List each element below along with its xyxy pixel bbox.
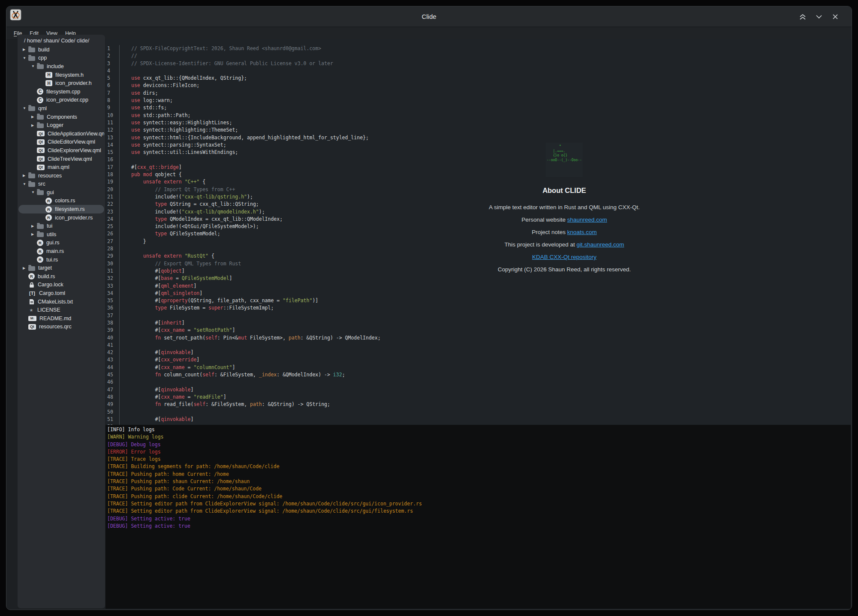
tree-item-icon-provider-cpp[interactable]: Cicon_provider.cpp <box>18 96 104 105</box>
tree-item-clidetreeview-qml[interactable]: QtClideTreeView.qml <box>18 155 104 163</box>
window-controls <box>798 6 840 27</box>
code-line: 50 <box>105 409 851 416</box>
about-link[interactable]: knoats.com <box>567 229 597 235</box>
code-line-text: use syntect::easy::HighlightLines; <box>119 119 232 126</box>
folder-icon <box>37 224 44 229</box>
tree-item-main-qml[interactable]: Qtmain.qml <box>18 163 104 171</box>
about-link[interactable]: KDAB CXX-Qt repository <box>532 254 596 260</box>
tree-item-target[interactable]: ▶target <box>18 264 104 272</box>
about-link[interactable]: git.shaunreed.com <box>577 241 624 248</box>
tree-item-include[interactable]: ▼include <box>18 62 104 71</box>
double-chevron-up-icon <box>798 13 807 21</box>
tree-item-filesystem-rs[interactable]: Rfilesystem.rs <box>18 205 104 213</box>
tree-item-main-rs[interactable]: Rmain.rs <box>18 247 104 255</box>
tree-item-clideeditorview-qml[interactable]: QtClideEditorView.qml <box>18 138 104 147</box>
tree-item-filesystem-h[interactable]: Hfilesystem.h <box>18 71 104 79</box>
editor[interactable]: 1// SPDX-FileCopyrightText: 2026, Shaun … <box>105 39 851 425</box>
line-number: 40 <box>105 334 119 342</box>
tree-item-label: qml <box>38 105 47 111</box>
tree-item-src[interactable]: ▼src <box>18 180 104 189</box>
tree-item-label: README.md <box>39 316 71 322</box>
about-links: Personal website shaunreed.comProject no… <box>504 213 624 263</box>
tree-item-label: include <box>47 63 64 69</box>
code-line-text: use dirs; <box>119 90 158 97</box>
line-number: 14 <box>105 141 119 149</box>
about-link[interactable]: shaunreed.com <box>567 216 607 223</box>
tree-item-cmakelists-txt[interactable]: CMakeLists.txt <box>18 297 104 306</box>
tree-item-logger[interactable]: ▶Logger <box>18 121 104 129</box>
tree-item-utils[interactable]: ▶utils <box>18 230 104 239</box>
code-line-text: #[qobject] <box>119 267 185 275</box>
tree-item-tui[interactable]: ▶tui <box>18 222 104 230</box>
tree-item-tui-rs[interactable]: Rtui.rs <box>18 255 104 264</box>
code-line: 39 #[cxx_name = "setRootPath"] <box>105 327 851 334</box>
tree-item-readme-md[interactable]: M↓README.md <box>18 314 104 323</box>
line-number: 20 <box>105 186 119 193</box>
chevron-expanded-icon: ▼ <box>30 190 37 194</box>
tree-item-label: gui <box>47 189 54 195</box>
code-line: 3// SPDX-License-Identifier: GNU General… <box>105 60 851 67</box>
tree-item-cargo-toml[interactable]: [T]Cargo.toml <box>18 289 104 297</box>
tree-item-clideapplicationview-qml[interactable]: QtClideApplicationView.qml <box>18 129 104 138</box>
tree-item-build[interactable]: ▶build <box>18 45 104 54</box>
line-number: 3 <box>105 60 119 67</box>
log-line-trace: [TRACE] Setting editor path from ClideEx… <box>107 500 851 508</box>
tree-item-license[interactable]: ★LICENSE <box>18 306 104 314</box>
log-line-debug: [DEBUG] Setting active: true <box>107 515 851 523</box>
code-line-text: #[cxx_override] <box>119 356 199 364</box>
tree-item-icon-provider-h[interactable]: Hicon_provider.h <box>18 79 104 87</box>
shade-button[interactable] <box>798 12 808 21</box>
line-number: 44 <box>105 364 119 371</box>
tree-item-cargo-lock[interactable]: Cargo.lock <box>18 281 104 289</box>
line-number: 13 <box>105 134 119 141</box>
line-number: 31 <box>105 267 119 275</box>
line-number: 29 <box>105 252 119 260</box>
log-line-trace: [TRACE] Pushing path: home Current: /hom… <box>107 471 851 478</box>
folder-icon <box>28 56 35 61</box>
line-number: 28 <box>105 245 119 252</box>
close-button[interactable] <box>830 12 840 21</box>
tree-item-icon-provider-rs[interactable]: Ricon_provider.rs <box>18 213 104 222</box>
line-number: 49 <box>105 401 119 408</box>
chevron-expanded-icon: ▼ <box>22 182 28 186</box>
log-panel[interactable]: [INFO] Info logs[WARN] Warning logs[DEBU… <box>105 425 851 609</box>
tree-item-qml[interactable]: ▼qml <box>18 104 104 113</box>
code-line: 46 <box>105 379 851 386</box>
menubar: FileEditViewHelp <box>6 27 852 39</box>
line-number: 1 <box>105 45 119 52</box>
tree-item-cpp[interactable]: ▼cpp <box>18 54 104 63</box>
tree-item-resources-qrc[interactable]: Qtresources.qrc <box>18 323 104 331</box>
line-number: 7 <box>105 90 119 97</box>
line-number: 41 <box>105 342 119 349</box>
line-number: 37 <box>105 312 119 319</box>
code-line-text: use devicons::FileIcon; <box>119 82 199 89</box>
about-title: About CLIDE <box>542 186 586 195</box>
code-line-text: #[qml_singleton] <box>119 290 202 297</box>
tree-item-resources[interactable]: ▶resources <box>18 171 104 180</box>
code-line-text: #[qinvokable] <box>119 386 193 394</box>
about-copyright: Copyright (C) 2026 Shaun Reed, all right… <box>498 263 631 276</box>
tree-item-gui-rs[interactable]: Rgui.rs <box>18 239 104 247</box>
file-type-icon-qt: Qt <box>37 165 45 170</box>
code-line-text: use std::fs; <box>119 104 167 111</box>
line-number: 43 <box>105 356 119 364</box>
code-line-text <box>119 409 131 416</box>
tree-item-filesystem-cpp[interactable]: Cfilesystem.cpp <box>18 87 104 96</box>
tree-item-gui[interactable]: ▼gui <box>18 188 104 197</box>
tree-item-label: Logger <box>47 122 63 128</box>
line-number: 8 <box>105 97 119 104</box>
minimize-button[interactable] <box>814 12 824 21</box>
file-type-icon-lock <box>28 282 35 288</box>
tree-item-label: build <box>38 47 49 53</box>
log-line-trace: [TRACE] Pushing path: shaun Current: /ho… <box>107 478 851 485</box>
tree-item-clideexplorerview-qml[interactable]: QtClideExplorerView.qml <box>18 146 104 155</box>
tree-item-colors-rs[interactable]: Rcolors.rs <box>18 197 104 205</box>
file-type-icon-toml: [T] <box>28 291 36 296</box>
tree-item-build-rs[interactable]: Rbuild.rs <box>18 272 104 281</box>
code-line-text: #[qproperty(QString, file_path, cxx_name… <box>119 297 318 304</box>
line-number: 9 <box>105 104 119 111</box>
folder-icon <box>37 115 44 120</box>
tree-item-components[interactable]: ▶Components <box>18 113 104 121</box>
line-number: 30 <box>105 260 119 267</box>
titlebar[interactable]: Clide <box>6 6 852 27</box>
